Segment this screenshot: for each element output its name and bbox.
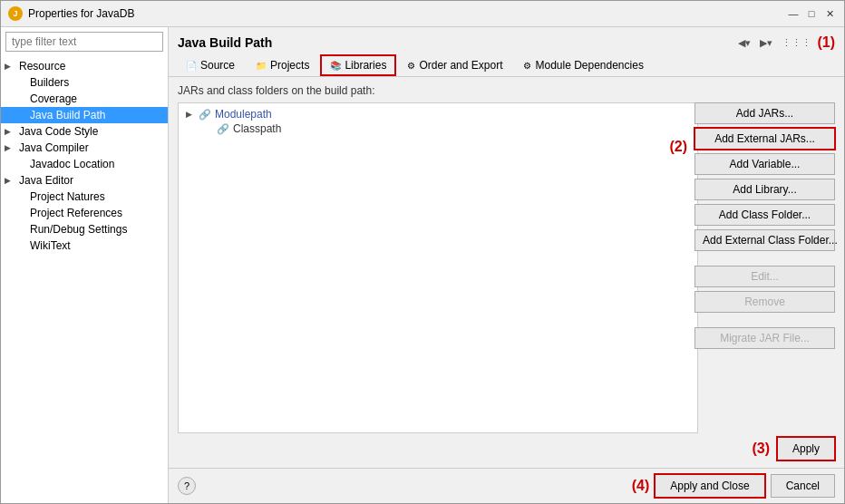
window-icon: J xyxy=(8,6,23,21)
sidebar-item-javadoc-location[interactable]: Javadoc Location xyxy=(1,156,168,172)
apply-button[interactable]: Apply xyxy=(777,437,835,460)
tree-entry-modulepath[interactable]: ▶ 🔗 Modulepath xyxy=(182,107,694,121)
button-spacer xyxy=(694,255,835,262)
close-button[interactable]: ✕ xyxy=(822,6,837,21)
arrow-icon: ▶ xyxy=(5,143,15,152)
tab-order-export-label: Order and Export xyxy=(419,59,502,72)
add-class-folder-button[interactable]: Add Class Folder... xyxy=(694,204,835,226)
source-tab-icon: 📄 xyxy=(186,61,197,71)
sidebar-item-label: Run/Debug Settings xyxy=(30,223,127,236)
sidebar-item-label: Resource xyxy=(19,60,65,73)
sidebar-tree: ▶ Resource Builders Coverage Java Build … xyxy=(1,56,168,503)
right-panel: Java Build Path ◀▾ ▶▾ ⋮⋮⋮ (1) 📄 Source 📁 xyxy=(169,27,844,503)
sidebar-item-project-references[interactable]: Project References xyxy=(1,205,168,221)
forward-button[interactable]: ▶▾ xyxy=(756,35,776,51)
tabs-bar: 📄 Source 📁 Projects 📚 Libraries ⚙ Order … xyxy=(169,54,844,77)
sidebar-item-label: Java Build Path xyxy=(30,109,105,121)
window-title: Properties for JavaDB xyxy=(28,7,134,20)
arrow-icon: ▶ xyxy=(5,176,15,185)
title-controls: — □ ✕ xyxy=(786,6,837,21)
main-content: ▶ Resource Builders Coverage Java Build … xyxy=(1,27,844,503)
arrow-icon: ▶ xyxy=(5,127,15,136)
sidebar-item-label: Java Code Style xyxy=(19,125,98,138)
tab-libraries[interactable]: 📚 Libraries xyxy=(320,54,396,76)
build-path-tree[interactable]: ▶ 🔗 Modulepath 🔗 Classpath xyxy=(178,102,698,433)
apply-and-close-button[interactable]: Apply and Close xyxy=(655,474,764,498)
projects-tab-icon: 📁 xyxy=(256,61,267,71)
sidebar-item-resource[interactable]: ▶ Resource xyxy=(1,58,168,74)
panel-title: Java Build Path xyxy=(178,35,272,50)
sidebar-item-label: Builders xyxy=(30,76,69,89)
content-description: JARs and class folders on the build path… xyxy=(178,84,835,97)
add-external-class-folder-button[interactable]: Add External Class Folder... xyxy=(694,229,835,251)
order-tab-icon: ⚙ xyxy=(407,61,415,71)
tab-module-dependencies-label: Module Dependencies xyxy=(535,59,643,72)
migrate-jar-button[interactable]: Migrate JAR File... xyxy=(694,327,835,349)
bottom-right: (4) Apply and Close Cancel xyxy=(632,474,835,498)
tab-source-label: Source xyxy=(200,59,235,72)
sidebar-item-label: Javadoc Location xyxy=(30,158,114,170)
button-spacer-2 xyxy=(694,316,835,324)
tab-libraries-label: Libraries xyxy=(345,59,386,72)
module-tab-icon: ⚙ xyxy=(523,61,531,71)
sidebar-item-java-editor[interactable]: ▶ Java Editor xyxy=(1,172,168,189)
sidebar-item-builders[interactable]: Builders xyxy=(1,74,168,91)
sidebar-item-label: WikiText xyxy=(30,239,71,252)
filter-input[interactable] xyxy=(5,32,163,52)
sidebar-item-run-debug-settings[interactable]: Run/Debug Settings xyxy=(1,221,168,237)
menu-button[interactable]: ⋮⋮⋮ xyxy=(778,35,815,51)
edit-button[interactable]: Edit... xyxy=(694,266,835,287)
classpath-label: Classpath xyxy=(233,122,281,135)
sidebar-item-java-code-style[interactable]: ▶ Java Code Style xyxy=(1,123,168,140)
properties-window: J Properties for JavaDB — □ ✕ ▶ Resource… xyxy=(0,0,845,504)
annotation-4: (4) xyxy=(632,478,650,494)
sidebar: ▶ Resource Builders Coverage Java Build … xyxy=(1,27,169,503)
add-variable-button[interactable]: Add Variable... xyxy=(694,153,835,175)
add-library-button[interactable]: Add Library... xyxy=(694,179,835,200)
libraries-tab-icon: 📚 xyxy=(330,61,341,71)
content-area: JARs and class folders on the build path… xyxy=(169,77,844,468)
add-jars-button[interactable]: Add JARs... xyxy=(694,102,835,124)
sidebar-item-label: Java Editor xyxy=(19,174,73,187)
sidebar-item-label: Project Natures xyxy=(30,190,105,203)
expand-icon[interactable]: ▶ xyxy=(186,110,195,119)
sidebar-item-coverage[interactable]: Coverage xyxy=(1,91,168,107)
tab-source[interactable]: 📄 Source xyxy=(176,54,245,76)
panel-header: Java Build Path ◀▾ ▶▾ ⋮⋮⋮ (1) xyxy=(169,27,844,54)
annotation-2: (2) xyxy=(669,139,687,155)
bottom-left: ? xyxy=(178,477,196,495)
sidebar-item-wikitext[interactable]: WikiText xyxy=(1,237,168,254)
title-bar: J Properties for JavaDB — □ ✕ xyxy=(1,1,844,27)
maximize-button[interactable]: □ xyxy=(804,6,819,21)
tab-projects[interactable]: 📁 Projects xyxy=(246,54,319,76)
build-path-area: ▶ 🔗 Modulepath 🔗 Classpath (2) xyxy=(178,102,835,433)
help-button[interactable]: ? xyxy=(178,477,196,495)
sidebar-item-project-natures[interactable]: Project Natures xyxy=(1,189,168,205)
sidebar-item-label: Project References xyxy=(30,207,122,219)
add-external-jars-button[interactable]: Add External JARs... xyxy=(694,128,835,150)
sidebar-item-java-compiler[interactable]: ▶ Java Compiler xyxy=(1,140,168,156)
apply-row: (3) Apply xyxy=(178,437,835,460)
annotation-3: (3) xyxy=(752,441,770,457)
bottom-bar: ? (4) Apply and Close Cancel xyxy=(169,468,844,503)
minimize-button[interactable]: — xyxy=(786,6,801,21)
tab-order-export[interactable]: ⚙ Order and Export xyxy=(397,54,512,76)
sidebar-item-label: Java Compiler xyxy=(19,141,89,154)
sidebar-item-label: Coverage xyxy=(30,92,77,105)
buttons-panel: Add JARs... Add External JARs... Add Var… xyxy=(694,102,835,433)
modulepath-label: Modulepath xyxy=(215,108,272,121)
modulepath-icon: 🔗 xyxy=(199,109,211,121)
tree-entry-classpath[interactable]: 🔗 Classpath xyxy=(182,121,694,136)
arrow-icon: ▶ xyxy=(5,62,15,71)
nav-arrows: ◀▾ ▶▾ ⋮⋮⋮ (1) xyxy=(734,34,835,51)
tab-projects-label: Projects xyxy=(270,59,309,72)
back-button[interactable]: ◀▾ xyxy=(734,35,754,51)
annotation-1: (1) xyxy=(817,34,835,51)
cancel-button[interactable]: Cancel xyxy=(771,474,835,498)
classpath-icon: 🔗 xyxy=(217,123,229,135)
sidebar-item-java-build-path[interactable]: Java Build Path xyxy=(1,107,168,123)
remove-button[interactable]: Remove xyxy=(694,291,835,313)
tab-module-dependencies[interactable]: ⚙ Module Dependencies xyxy=(513,54,653,76)
title-bar-left: J Properties for JavaDB xyxy=(8,6,134,21)
